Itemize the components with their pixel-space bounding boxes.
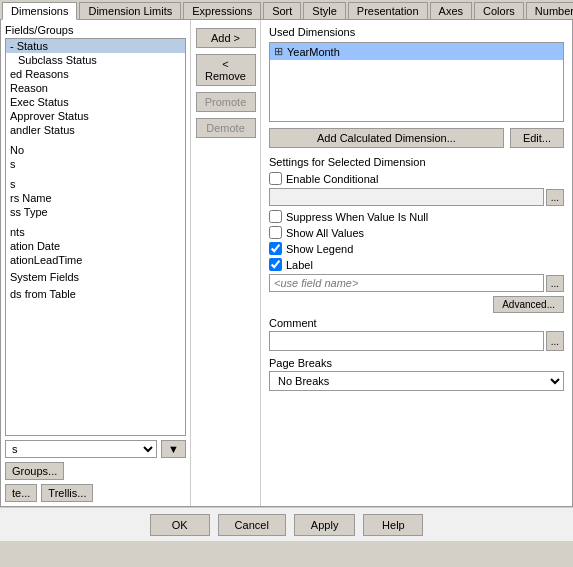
middle-buttons: Add > < Remove Promote Demote xyxy=(191,20,261,506)
tab-bar: Dimensions Dimension Limits Expressions … xyxy=(0,0,573,20)
tab-colors[interactable]: Colors xyxy=(474,2,524,19)
add-calculated-dimension-button[interactable]: Add Calculated Dimension... xyxy=(269,128,504,148)
enable-conditional-checkbox[interactable] xyxy=(269,172,282,185)
list-item[interactable]: Reason xyxy=(6,81,185,95)
enable-conditional-row: Enable Conditional xyxy=(269,172,564,185)
show-legend-row: Show Legend xyxy=(269,242,564,255)
bottom-btn-row2: te... Trellis... xyxy=(5,484,186,502)
tab-expressions[interactable]: Expressions xyxy=(183,2,261,19)
left-panel: Fields/Groups - Status Subclass Status e… xyxy=(1,20,191,506)
list-item[interactable]: Approver Status xyxy=(6,109,185,123)
list-item[interactable]: ss Type xyxy=(6,205,185,219)
label-input[interactable] xyxy=(269,274,544,292)
table-select[interactable]: s xyxy=(5,440,157,458)
list-item[interactable]: nts xyxy=(6,225,185,239)
page-breaks-label: Page Breaks xyxy=(269,357,564,369)
label-checkbox-label: Label xyxy=(286,259,313,271)
tab-dimension-limits[interactable]: Dimension Limits xyxy=(79,2,181,19)
used-dim-text: YearMonth xyxy=(287,46,340,58)
suppress-null-checkbox[interactable] xyxy=(269,210,282,223)
settings-label: Settings for Selected Dimension xyxy=(269,156,564,168)
advanced-row: Advanced... xyxy=(269,296,564,313)
expand-icon: ⊞ xyxy=(274,45,283,58)
used-dim-item[interactable]: ⊞ YearMonth xyxy=(270,43,563,60)
main-content: Fields/Groups - Status Subclass Status e… xyxy=(0,20,573,507)
label-checkbox[interactable] xyxy=(269,258,282,271)
list-item[interactable]: No xyxy=(6,143,185,157)
conditional-browse-btn[interactable]: ... xyxy=(546,189,564,206)
edit-dimension-button[interactable]: Edit... xyxy=(510,128,564,148)
list-item: System Fields xyxy=(6,267,185,284)
tab-dimensions[interactable]: Dimensions xyxy=(2,2,77,20)
list-item[interactable]: ed Reasons xyxy=(6,67,185,81)
suppress-null-row: Suppress When Value Is Null xyxy=(269,210,564,223)
tab-style[interactable]: Style xyxy=(303,2,345,19)
show-legend-checkbox[interactable] xyxy=(269,242,282,255)
used-dimensions-label: Used Dimensions xyxy=(269,26,564,38)
bottom-bar: OK Cancel Apply Help xyxy=(0,507,573,541)
show-all-values-label: Show All Values xyxy=(286,227,364,239)
tab-axes[interactable]: Axes xyxy=(430,2,472,19)
fields-groups-label: Fields/Groups xyxy=(5,24,186,36)
add-button[interactable]: Add > xyxy=(196,28,256,48)
list-item[interactable]: Subclass Status xyxy=(6,53,185,67)
action-buttons: Add Calculated Dimension... Edit... xyxy=(269,128,564,148)
promote-button[interactable]: Promote xyxy=(196,92,256,112)
list-item[interactable]: ationLeadTime xyxy=(6,253,185,267)
show-legend-label: Show Legend xyxy=(286,243,353,255)
remove-button[interactable]: < Remove xyxy=(196,54,256,86)
comment-label: Comment xyxy=(269,317,564,329)
tab-sort[interactable]: Sort xyxy=(263,2,301,19)
list-item[interactable]: ation Date xyxy=(6,239,185,253)
list-item[interactable]: s xyxy=(6,157,185,171)
tab-presentation[interactable]: Presentation xyxy=(348,2,428,19)
list-item: ds from Table xyxy=(6,284,185,301)
suppress-null-label: Suppress When Value Is Null xyxy=(286,211,428,223)
right-panel: Used Dimensions ⊞ YearMonth Add Calculat… xyxy=(261,20,572,506)
comment-browse-btn[interactable]: ... xyxy=(546,331,564,351)
list-item[interactable]: rs Name xyxy=(6,191,185,205)
dropdown-arrow-btn[interactable]: ▼ xyxy=(161,440,186,458)
groups-button[interactable]: Groups... xyxy=(5,462,64,480)
conditional-input[interactable] xyxy=(269,188,544,206)
list-item[interactable]: s xyxy=(6,177,185,191)
label-row: Label xyxy=(269,258,564,271)
show-all-values-row: Show All Values xyxy=(269,226,564,239)
help-button[interactable]: Help xyxy=(363,514,423,536)
field-list: - Status Subclass Status ed Reasons Reas… xyxy=(6,39,185,301)
advanced-button[interactable]: Advanced... xyxy=(493,296,564,313)
apply-button[interactable]: Apply xyxy=(294,514,356,536)
trellis-button[interactable]: Trellis... xyxy=(41,484,93,502)
cancel-button[interactable]: Cancel xyxy=(218,514,286,536)
list-item[interactable]: Exec Status xyxy=(6,95,185,109)
ok-button[interactable]: OK xyxy=(150,514,210,536)
label-browse-btn[interactable]: ... xyxy=(546,275,564,292)
main-window: Dimensions Dimension Limits Expressions … xyxy=(0,0,573,567)
comment-input[interactable] xyxy=(269,331,544,351)
label-input-row: ... xyxy=(269,274,564,292)
page-breaks-select[interactable]: No Breaks Conditional Breaks Always Brea… xyxy=(269,371,564,391)
used-dim-list: ⊞ YearMonth xyxy=(269,42,564,122)
comment-row: ... xyxy=(269,331,564,351)
show-all-values-checkbox[interactable] xyxy=(269,226,282,239)
dropdown-row: s ▼ xyxy=(5,440,186,458)
list-item[interactable]: - Status xyxy=(6,39,185,53)
edit-button[interactable]: te... xyxy=(5,484,37,502)
demote-button[interactable]: Demote xyxy=(196,118,256,138)
enable-conditional-label: Enable Conditional xyxy=(286,173,378,185)
tab-number[interactable]: Number xyxy=(526,2,573,19)
field-list-container: - Status Subclass Status ed Reasons Reas… xyxy=(5,38,186,436)
bottom-controls: s ▼ Groups... te... Trellis... xyxy=(5,440,186,502)
list-item[interactable]: andler Status xyxy=(6,123,185,137)
bottom-btn-row: Groups... xyxy=(5,462,186,480)
conditional-input-row: ... xyxy=(269,188,564,206)
